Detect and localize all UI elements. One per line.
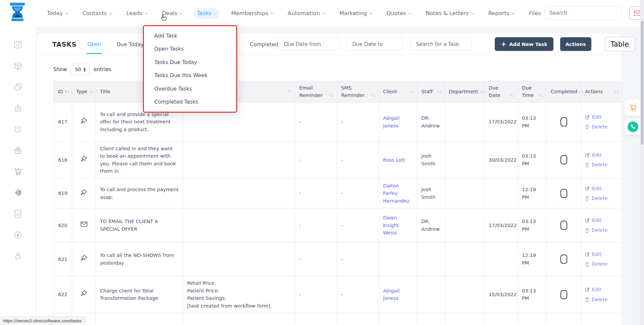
nav-label: Quotes <box>386 10 406 16</box>
nav-item-today[interactable]: Today <box>44 8 71 19</box>
delete-button[interactable]: Delete <box>585 195 618 202</box>
sort-icon: ↑↓ <box>409 90 414 95</box>
sms-reminder: - <box>337 103 379 142</box>
nav-item-automation[interactable]: Automation <box>284 8 328 19</box>
edit-button[interactable]: Edit <box>585 185 618 192</box>
nav-item-memberships[interactable]: Memberships <box>228 8 277 19</box>
nav-item-files[interactable]: Files <box>526 8 544 19</box>
col-email-reminder[interactable]: Email Reminder↑↓ <box>295 81 337 103</box>
calendar-icon[interactable]: 12 <box>13 40 22 49</box>
edit-button[interactable]: Edit <box>585 113 618 121</box>
menu-item-tasks-due-today[interactable]: Tasks Due Today <box>144 56 236 69</box>
tab-open[interactable]: Open <box>87 35 102 54</box>
col-due-date[interactable]: Due Date↑↓ <box>485 81 518 103</box>
search-icon[interactable] <box>620 7 621 19</box>
package-icon[interactable] <box>13 61 22 70</box>
topbar-right-cluster: 13 5914 ✔ 14 ? LONDON SUPPORT <box>544 5 644 21</box>
menu-item-overdue-tasks[interactable]: Overdue Tasks <box>144 82 236 96</box>
cart-icon[interactable] <box>13 167 22 176</box>
col-due-time[interactable]: Due Time↑↓ <box>518 81 547 103</box>
client-link[interactable]: Dawn Knight Weiss <box>383 215 399 235</box>
edit-button[interactable]: Edit <box>585 251 618 258</box>
col-sms-reminder[interactable]: SMS Reminder↑↓ <box>337 81 379 103</box>
delete-button[interactable]: Delete <box>585 161 618 168</box>
trash-icon <box>585 228 589 233</box>
floating-cart-button[interactable] <box>625 99 641 116</box>
chevron-down-icon <box>471 11 474 14</box>
nav-item-tasks[interactable]: Tasks <box>194 8 220 19</box>
delete-button[interactable]: Delete <box>585 123 618 130</box>
shopping-bag-icon[interactable] <box>13 104 22 113</box>
col-client[interactable]: Client↑↓ <box>379 81 417 103</box>
client-link[interactable]: Dalton Farley Hernandez <box>383 183 410 204</box>
col-completed[interactable]: Completed↑↓ <box>547 81 581 103</box>
delete-button[interactable]: Delete <box>585 226 618 234</box>
nav-label: Deals <box>162 10 177 16</box>
search-input[interactable] <box>545 7 620 19</box>
table-row: 617 To call and provide a special offer … <box>54 103 622 142</box>
completed-checkbox[interactable] <box>560 255 567 264</box>
floating-phone-button[interactable] <box>625 118 641 135</box>
completed-checkbox[interactable] <box>560 155 567 164</box>
nav-item-deals[interactable]: Deals <box>159 8 186 19</box>
table-view-button[interactable]: Table <box>605 37 635 51</box>
entries-label: entries <box>94 66 111 72</box>
completed-checkbox[interactable] <box>560 221 567 230</box>
tab-due-today[interactable]: Due Today <box>116 35 145 53</box>
nav-item-leads[interactable]: Leads <box>123 8 151 19</box>
nav-item-reports[interactable]: Reports <box>485 8 518 19</box>
col-type[interactable]: Type↑↓ <box>72 81 96 103</box>
due-date-from-input[interactable] <box>279 38 340 51</box>
completed-checkbox[interactable] <box>560 117 567 126</box>
report-document-icon[interactable] <box>13 209 22 218</box>
show-label: Show <box>53 66 67 72</box>
task-search-input[interactable] <box>411 38 472 51</box>
due-date-to-input[interactable] <box>347 38 404 51</box>
nav-item-contacts[interactable]: Contacts <box>79 8 115 19</box>
nav-item-marketing[interactable]: Marketing <box>336 8 375 19</box>
col-id[interactable]: ID↑↓ <box>54 81 72 103</box>
col-staff[interactable]: Staff↑↓ <box>417 81 445 103</box>
clinicsoftware-logo-icon[interactable] <box>8 3 27 23</box>
client-link[interactable]: Ross Lott <box>383 157 405 163</box>
price-tag-icon[interactable]: $ <box>13 188 22 197</box>
menu-item-add-task[interactable]: Add Task <box>144 29 236 43</box>
task-id: 620 <box>54 208 72 242</box>
copy-icon[interactable] <box>13 83 22 92</box>
chevron-down-icon <box>270 11 274 14</box>
col-actions[interactable]: Actions↑↓ <box>581 81 622 103</box>
task-type <box>72 242 96 276</box>
table-header-row: ID↑↓ Type↑↓ Title↑↓ ↑↓ Email Reminder↑↓ … <box>54 81 622 103</box>
sms-reminder: - <box>337 208 379 242</box>
delete-button[interactable]: Delete <box>585 296 618 303</box>
delete-button[interactable]: Delete <box>585 260 618 268</box>
col-department[interactable]: Department↑↓ <box>445 81 485 103</box>
history-icon[interactable] <box>13 125 22 134</box>
client-link[interactable]: Abigail Joness <box>383 288 399 301</box>
nav-item-notes-letters[interactable]: Notes & Letters <box>422 8 477 19</box>
padlock-icon[interactable] <box>13 252 22 261</box>
menu-item-open-tasks[interactable]: Open Tasks <box>144 43 236 56</box>
completed-checkbox[interactable] <box>560 290 567 299</box>
scrollbar-thumb[interactable] <box>641 21 644 145</box>
actions-button[interactable]: Actions <box>560 37 591 51</box>
due-date: 15/03/2022 <box>485 276 518 313</box>
client-link[interactable]: Abigail Joness <box>383 115 399 128</box>
menu-item-completed-tasks[interactable]: Completed Tasks <box>144 96 236 109</box>
task-type <box>72 103 96 142</box>
menu-item-tasks-due-this-week[interactable]: Tasks Due this Week <box>144 69 236 83</box>
chevron-down-icon <box>109 11 112 14</box>
task-title: To call all the NO-SHOWS from yesterday <box>96 242 183 276</box>
edit-button[interactable]: Edit <box>585 217 618 224</box>
edit-button[interactable]: Edit <box>585 286 618 293</box>
tab-completed[interactable]: Completed <box>249 35 279 53</box>
nav-item-quotes[interactable]: Quotes <box>383 8 415 19</box>
task-description: Retail Price: Patient Price: <box>183 313 295 325</box>
edit-button[interactable]: Edit <box>585 151 618 159</box>
add-new-task-button[interactable]: + Add New Task <box>495 37 553 51</box>
department <box>445 242 485 276</box>
gift-icon[interactable] <box>13 146 22 155</box>
completed-checkbox[interactable] <box>560 189 567 198</box>
account-lock-icon[interactable] <box>13 230 22 239</box>
page-size-select[interactable]: 50 ▲▼ <box>70 63 90 75</box>
